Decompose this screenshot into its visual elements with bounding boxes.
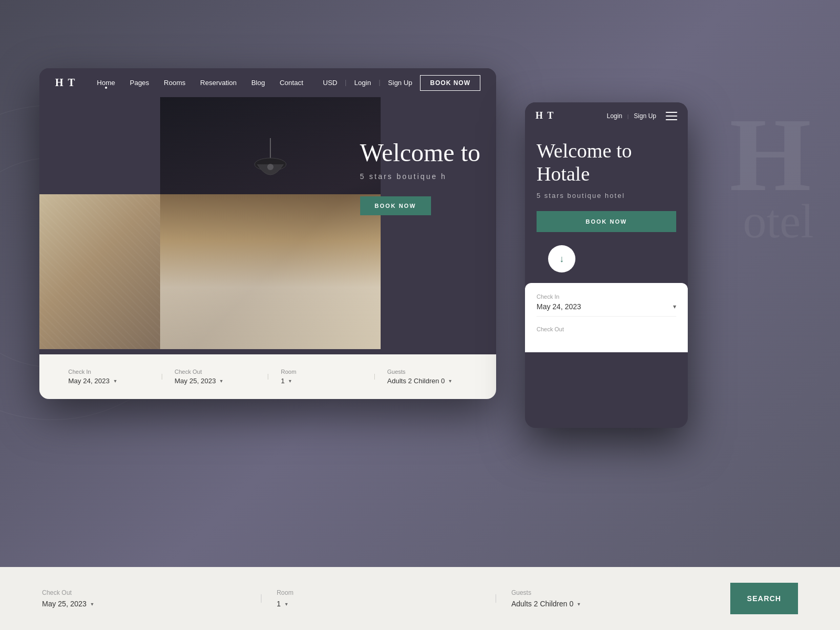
bottom-room-row[interactable]: 1 ▾: [277, 600, 480, 608]
bottom-guests-value: Adults 2 Children 0: [511, 600, 573, 608]
mobile-nav-right: Login | Sign Up: [607, 112, 677, 120]
nav-contact[interactable]: Contact: [280, 79, 303, 87]
bottom-booking-bar: Check Out May 25, 2023 ▾ Room 1 ▾ Guests…: [0, 567, 840, 630]
hamburger-menu-button[interactable]: [666, 112, 677, 120]
bottom-checkout-field: Check Out May 25, 2023 ▾: [42, 589, 261, 608]
bg-hotel-text: otel: [743, 194, 814, 248]
mobile-hero: Welcome to Hotale 5 stars boutique hotel…: [525, 129, 688, 283]
bottom-guests-label: Guests: [511, 589, 715, 596]
mobile-checkout-field: Check Out: [537, 326, 676, 332]
mobile-checkout-label: Check Out: [537, 326, 676, 332]
mobile-divider: |: [627, 113, 628, 119]
mobile-browser-window: H T Login | Sign Up Welcome to Hotale 5 …: [525, 102, 688, 428]
currency-selector[interactable]: USD: [323, 79, 337, 87]
mobile-navbar: H T Login | Sign Up: [525, 102, 688, 129]
nav-signup-link[interactable]: Sign Up: [388, 79, 412, 87]
bottom-checkout-row[interactable]: May 25, 2023 ▾: [42, 600, 245, 608]
nav-book-now-button[interactable]: BOOK NOW: [420, 75, 480, 91]
desktop-nav-links: Home Pages Rooms Reservation Blog Contac…: [97, 79, 323, 87]
lamp-icon: [249, 138, 291, 201]
bottom-checkout-label: Check Out: [42, 589, 245, 596]
mobile-signup-link[interactable]: Sign Up: [634, 112, 656, 120]
nav-home[interactable]: Home: [97, 79, 116, 87]
hero-book-now-button[interactable]: BOOK NOW: [360, 196, 431, 215]
bottom-room-field: Room 1 ▾: [261, 589, 496, 608]
mobile-checkin-field: Check In May 24, 2023 ▾: [537, 293, 676, 317]
bottom-room-label: Room: [277, 589, 480, 596]
mobile-checkin-value: May 24, 2023: [537, 302, 581, 311]
hero-welcome-text: Welcome to: [360, 139, 480, 167]
bottom-guests-field: Guests Adults 2 Children 0 ▾: [496, 589, 730, 608]
bottom-guests-row[interactable]: Adults 2 Children 0 ▾: [511, 600, 715, 608]
scroll-down-button[interactable]: ↓: [548, 245, 575, 272]
checkout-field: Check Out May 25, 2023 ▾: [162, 369, 268, 385]
checkout-arrow: ▾: [220, 378, 223, 384]
mobile-login-link[interactable]: Login: [607, 112, 622, 120]
nav-pages[interactable]: Pages: [130, 79, 149, 87]
checkin-arrow: ▾: [114, 378, 117, 384]
desktop-navbar: H T Home Pages Rooms Reservation Blog Co…: [39, 68, 496, 97]
nav-reservation[interactable]: Reservation: [200, 79, 236, 87]
checkout-value[interactable]: May 25, 2023 ▾: [175, 377, 255, 385]
hamburger-line-3: [666, 119, 677, 120]
bottom-room-arrow: ▾: [285, 601, 288, 607]
checkin-label: Check In: [68, 369, 149, 375]
guests-label: Guests: [387, 369, 468, 375]
room-field: Room 1 ▾: [268, 369, 374, 385]
svg-point-2: [267, 164, 274, 170]
nav-divider-1: |: [345, 79, 346, 87]
mobile-checkin-label: Check In: [537, 293, 676, 300]
bottom-guests-arrow: ▾: [578, 601, 580, 607]
bottom-checkout-arrow: ▾: [91, 601, 93, 607]
guests-arrow: ▾: [449, 378, 452, 384]
nav-blog[interactable]: Blog: [251, 79, 265, 87]
mobile-book-now-button[interactable]: BOOK NOW: [537, 211, 676, 232]
bottom-search-button[interactable]: SEARCH: [730, 583, 798, 614]
checkin-field: Check In May 24, 2023 ▾: [55, 369, 162, 385]
mobile-logo: H T: [536, 110, 607, 121]
hamburger-line-2: [666, 116, 677, 117]
desktop-browser-window: H T Home Pages Rooms Reservation Blog Co…: [39, 68, 496, 399]
nav-rooms[interactable]: Rooms: [164, 79, 185, 87]
room-label: Room: [281, 369, 361, 375]
mobile-checkin-row[interactable]: May 24, 2023 ▾: [537, 302, 676, 317]
desktop-nav-right: USD | Login | Sign Up BOOK NOW: [323, 75, 480, 91]
scroll-down-arrow-icon: ↓: [560, 254, 564, 265]
mobile-checkin-arrow: ▾: [673, 303, 676, 311]
hero-text-overlay: Welcome to 5 stars boutique h BOOK NOW: [360, 139, 480, 215]
desktop-booking-bar: Check In May 24, 2023 ▾ Check Out May 25…: [39, 354, 496, 399]
guests-field: Guests Adults 2 Children 0 ▾: [374, 369, 481, 385]
mobile-subtitle: 5 stars boutique hotel: [537, 192, 676, 200]
hamburger-line-1: [666, 112, 677, 113]
room-image-bed: [160, 194, 381, 349]
desktop-logo: H T: [55, 77, 76, 89]
mobile-booking-section: Check In May 24, 2023 ▾ Check Out: [525, 283, 688, 352]
room-arrow: ▾: [289, 378, 291, 384]
bottom-room-value: 1: [277, 600, 281, 608]
nav-divider-2: |: [379, 79, 380, 87]
checkout-label: Check Out: [175, 369, 255, 375]
desktop-hero: Welcome to 5 stars boutique h BOOK NOW: [39, 97, 496, 354]
mobile-welcome-text: Welcome to Hotale: [537, 140, 676, 185]
hero-subtitle: 5 stars boutique h: [360, 172, 480, 181]
room-value[interactable]: 1 ▾: [281, 377, 361, 385]
guests-value[interactable]: Adults 2 Children 0 ▾: [387, 377, 468, 385]
bottom-checkout-value: May 25, 2023: [42, 600, 87, 608]
checkin-value[interactable]: May 24, 2023 ▾: [68, 377, 149, 385]
nav-login-link[interactable]: Login: [354, 79, 371, 87]
